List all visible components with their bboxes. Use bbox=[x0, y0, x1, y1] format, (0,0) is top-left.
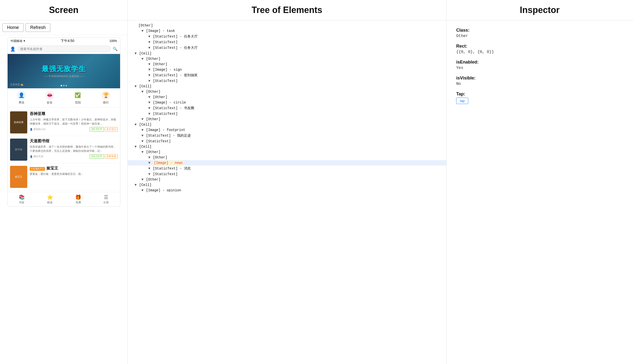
tree-node[interactable]: ▼ [Other] bbox=[128, 94, 446, 100]
book-desc-1: 上古年期，神魔主宰世界，留下无数传承！少年秦沉，获神惜道决，吞噬神魔传承，领悟万… bbox=[30, 118, 118, 126]
tree-arrow: ▼ bbox=[148, 68, 152, 72]
word-count-tag-1: 281.9万字 bbox=[90, 127, 104, 132]
nav-rank-label: 排行 bbox=[103, 100, 109, 105]
book-item-3[interactable]: 捡宝王 全金属炼丹文 捡宝王 爱黄金，爱白银，更爱星光璀璨的宝石，枪... bbox=[10, 163, 118, 190]
screen-header: Screen bbox=[0, 0, 128, 20]
tree-node[interactable]: ▼ [StaticText] - 任务大厅 bbox=[128, 45, 446, 51]
tree-node[interactable]: ▼ [Image] - footprint bbox=[128, 127, 446, 133]
book-info-2: 天道图书馆 张悬穿越异界，成了一名光荣的教师，脑海中多出了一个神秘的图书馆，只要… bbox=[30, 138, 118, 161]
tree-node[interactable]: ▼ [Other] bbox=[128, 89, 446, 94]
book-item-1[interactable]: 吞神至尊 吞神至尊 上古年期，神魔主宰世界，留下无数传承！少年秦沉，获神惜道决，… bbox=[10, 109, 118, 136]
tree-node-label: [Other] bbox=[153, 95, 167, 99]
home-button[interactable]: Home bbox=[3, 23, 24, 32]
tree-node[interactable]: ▼ [Image] - opinion bbox=[128, 188, 446, 193]
tree-node[interactable]: ▼ [Other] bbox=[128, 155, 446, 160]
book-title-1: 吞神至尊 bbox=[30, 111, 118, 116]
tree-node[interactable]: ▼ [Image] - sign bbox=[128, 67, 446, 72]
tree-node[interactable]: ▼ [StaticText] bbox=[128, 78, 446, 84]
main-content: Home Refresh 中国移动 ✦ 下午4:50 100% 👤 🔍 最强无敌… bbox=[0, 20, 633, 364]
inspector-visible-row: isVisible: No bbox=[456, 76, 623, 86]
tap-button[interactable]: tap bbox=[456, 98, 468, 104]
battery-indicator: 100% bbox=[110, 39, 117, 43]
banner-title: 最强无敌学生 bbox=[42, 64, 86, 74]
banner-author: 五香茶蛋 ✍ bbox=[10, 83, 24, 86]
nav-rank[interactable]: 🏆 排行 bbox=[101, 91, 110, 105]
tree-node[interactable]: ▼ [StaticText] bbox=[128, 138, 446, 144]
search-input[interactable] bbox=[18, 46, 111, 52]
tree-node-label: [StaticText] - 签到抽奖 bbox=[153, 73, 198, 77]
nav-complete[interactable]: ✅ 完结 bbox=[73, 91, 82, 105]
bottom-nav-bookshelf[interactable]: 📚 书架 bbox=[19, 194, 25, 204]
tree-node[interactable]: ▼ [StaticText] - 任务大厅 bbox=[128, 34, 446, 40]
tree-arrow: ▼ bbox=[135, 84, 139, 88]
tree-arrow: ▼ bbox=[141, 150, 146, 154]
inspector-tap-row: Tap: tap bbox=[456, 92, 623, 104]
tree-node[interactable]: ▼ [StaticText] - 我的足迹 bbox=[128, 133, 446, 138]
refresh-button[interactable]: Refresh bbox=[26, 23, 50, 32]
tree-arrow: ▼ bbox=[148, 172, 152, 176]
bottom-nav-free[interactable]: 🎁 免费 bbox=[75, 194, 81, 204]
nav-female[interactable]: 👄 女生 bbox=[45, 91, 54, 105]
tree-node[interactable]: ▼ [Image] - task bbox=[128, 28, 446, 34]
tree-node[interactable]: ▼ [StaticText] bbox=[128, 111, 446, 116]
bottom-nav-featured[interactable]: ⭐ 精选 bbox=[47, 194, 53, 204]
inspector-class-row: Class: Other bbox=[456, 28, 623, 38]
tree-node[interactable]: ▼ [Image] - news bbox=[128, 160, 446, 166]
book-info-3: 全金属炼丹文 捡宝王 爱黄金，爱白银，更爱星光璀璨的宝石，枪... bbox=[30, 166, 118, 188]
book-info-1: 吞神至尊 上古年期，神魔主宰世界，留下无数传承！少年秦沉，获神惜道决，吞噬神魔传… bbox=[30, 111, 118, 134]
tree-panel: [Other]▼ [Image] - task▼ [StaticText] - … bbox=[128, 20, 446, 364]
rect-value: {{0, 0}, {0, 0}} bbox=[456, 50, 623, 54]
tree-node[interactable]: ▼ [Cell] bbox=[128, 144, 446, 150]
tree-node-label: [Image] - news bbox=[153, 161, 184, 165]
tree-node[interactable]: ▼ [Other] bbox=[128, 62, 446, 67]
tree-node-label: [Cell] bbox=[139, 84, 152, 88]
tree-node[interactable]: ▼ [Cell] bbox=[128, 182, 446, 188]
is-enabled-label: isEnabled: bbox=[456, 60, 623, 65]
tree-arrow: ▼ bbox=[141, 139, 146, 143]
tree-node[interactable]: ▼ [Image] - circle bbox=[128, 100, 446, 105]
tree-arrow: ▼ bbox=[135, 123, 139, 126]
genre-tag-2: 异界争霸 bbox=[105, 154, 118, 159]
tree-header: Tree of Elements bbox=[128, 0, 446, 20]
tree-node[interactable]: ▼ [StaticText] bbox=[128, 40, 446, 45]
bottom-nav-bookshelf-label: 书架 bbox=[19, 201, 24, 204]
search-icon[interactable]: 🔍 bbox=[113, 46, 118, 51]
tree-node-label: [StaticText] bbox=[153, 112, 178, 116]
tree-arrow: ▼ bbox=[141, 178, 146, 182]
book-desc-3: 爱黄金，爱白银，更爱星光璀璨的宝石，枪... bbox=[30, 172, 118, 176]
banner-subtitle: ——学渣偶得神秘传承,逆袭校园—— bbox=[44, 74, 84, 78]
bottom-nav-free-label: 免费 bbox=[76, 201, 81, 204]
tree-node[interactable]: ▼ [Cell] bbox=[128, 122, 446, 127]
book-title-3: 捡宝王 bbox=[46, 166, 58, 171]
class-label: Class: bbox=[456, 28, 623, 33]
tree-arrow: ▼ bbox=[148, 34, 152, 38]
tree-node[interactable]: ▼ [Cell] bbox=[128, 51, 446, 56]
tree-node[interactable]: ▼ [StaticText] bbox=[128, 172, 446, 177]
tree-arrow: ▼ bbox=[141, 117, 146, 121]
book-item-2[interactable]: 图书馆 天道图书馆 张悬穿越异界，成了一名光荣的教师，脑海中多出了一个神秘的图书… bbox=[10, 136, 118, 163]
book-list: 吞神至尊 吞神至尊 上古年期，神魔主宰世界，留下无数传承！少年秦沉，获神惜道决，… bbox=[8, 108, 120, 192]
tree-node[interactable]: ▼ [Other] bbox=[128, 177, 446, 182]
tree-node[interactable]: ▼ [StaticText] - 消息 bbox=[128, 166, 446, 172]
tree-node[interactable]: ▼ [Other] bbox=[128, 56, 446, 62]
bottom-nav-category[interactable]: ☰ 分类 bbox=[103, 194, 109, 204]
tree-node[interactable]: ▼ [Cell] bbox=[128, 84, 446, 89]
tree-node-label: [StaticText] - 消息 bbox=[153, 166, 191, 170]
tree-node-label: [StaticText] bbox=[153, 79, 178, 83]
tree-node-label: [Other] bbox=[146, 57, 161, 61]
is-visible-value: No bbox=[456, 82, 623, 86]
tree-node[interactable]: ▼ [StaticText] - 签到抽奖 bbox=[128, 72, 446, 78]
tree-node-label: [Other] bbox=[146, 90, 161, 94]
tree-node[interactable]: ▼ [Other] bbox=[128, 116, 446, 122]
tree-arrow: ▼ bbox=[135, 52, 139, 56]
tree-node-label: [StaticText] bbox=[146, 139, 171, 143]
tree-node[interactable]: [Other] bbox=[128, 23, 446, 28]
tree-arrow: ▼ bbox=[148, 100, 152, 104]
nav-male[interactable]: 👤 男生 bbox=[17, 91, 26, 105]
tree-node[interactable]: ▼ [StaticText] - 书友圈 bbox=[128, 105, 446, 111]
tree-arrow: ▼ bbox=[141, 128, 146, 132]
tree-node[interactable]: ▼ [Other] bbox=[128, 150, 446, 155]
tree-node-label: [Image] - sign bbox=[153, 68, 182, 72]
tree-arrow: ▼ bbox=[141, 90, 146, 94]
book-meta-2: 👤横扫天涯 510.2万字 异界争霸 bbox=[30, 154, 118, 159]
